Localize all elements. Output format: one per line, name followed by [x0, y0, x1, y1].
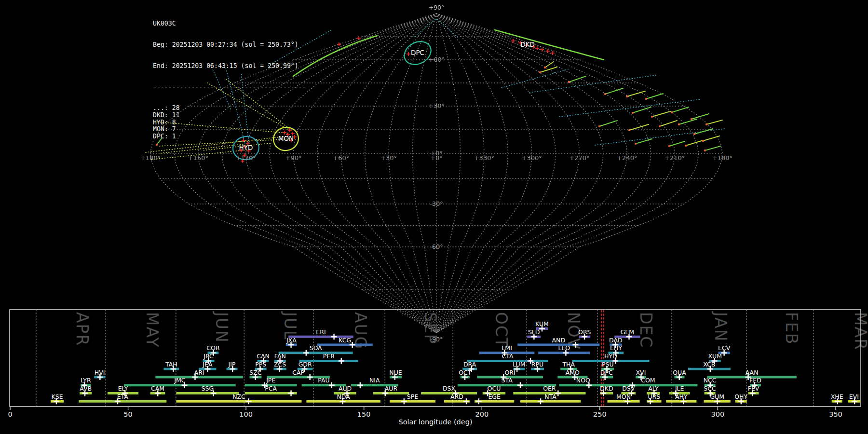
lon-label: +150° [188, 154, 208, 162]
meteor-trail-head [668, 145, 670, 147]
radiant-label-dpc: DPC [411, 49, 424, 56]
meteor-trail-head [544, 67, 546, 68]
meteor-trail [692, 114, 709, 119]
shower-label-hyd: HYD [604, 353, 617, 360]
shower-label-gem: GEM [621, 328, 634, 336]
shower-label-amo: AMO [566, 369, 580, 376]
station-id: UK003C [153, 20, 306, 27]
map-meridian [294, 14, 437, 333]
shower-label-psu: PSU [602, 361, 614, 368]
month-label: MAY [143, 312, 162, 348]
x-tick-label: 250 [593, 410, 607, 418]
shower-label-nzc: NZC [232, 393, 245, 400]
shower-label-nia: NIA [369, 377, 380, 384]
shower-bar-ari [155, 376, 243, 379]
shower-label-dkd: DKD [600, 385, 613, 392]
shower-label-gdr: GDR [298, 361, 312, 368]
map-meridian [436, 14, 556, 333]
meteor-trail-head [678, 123, 680, 125]
meteor-trail-head [626, 95, 628, 97]
shower-bar-ssg [176, 392, 239, 394]
shower-label-and: AND [552, 337, 565, 344]
meteor-trail-head [568, 81, 570, 83]
shower-max-mark [401, 398, 407, 404]
shower-label-avb: AVB [80, 385, 92, 392]
lon-label: +210° [665, 154, 685, 162]
shower-count-list: ...: 28DKD: 11HYD: 8MON: 7DPC: 1 [153, 105, 306, 140]
meteor-trail [705, 146, 720, 150]
shower-bar-mon [608, 400, 640, 403]
shower-label-kum: KUM [535, 320, 549, 327]
shower-label-lmi: LMI [502, 344, 512, 352]
shower-label-zcs: ZCS [274, 361, 286, 368]
shower-label-nta: NTA [544, 393, 556, 400]
meteor-trail-head [604, 93, 606, 95]
shower-max-mark [538, 398, 543, 404]
shower-label-jea: JEA [202, 361, 213, 368]
x-tick-label: 0 [8, 410, 12, 418]
shower-label-ely: ELY [118, 385, 128, 392]
shower-label-qua: QUA [673, 369, 686, 376]
lon-label: +120° [236, 154, 256, 162]
shower-label-pau: PAU [318, 377, 329, 384]
meteor-trail-head [539, 71, 541, 73]
meteor-trail [706, 120, 722, 124]
map-meridian [436, 14, 699, 333]
shower-label-spe: SPE [407, 393, 418, 400]
meteor-trail [629, 124, 649, 130]
shower-label-ors: ORS [578, 328, 591, 336]
meteor-trail-head [705, 123, 707, 125]
shower-label-szc: SZC [249, 369, 261, 376]
month-label: SEP [421, 312, 440, 345]
shower-label-leo: LEO [558, 344, 570, 352]
meteor-trail [679, 119, 697, 124]
month-label: JUN [212, 311, 231, 343]
shower-label-dsv: DSV [622, 385, 635, 392]
month-label: OCT [492, 312, 511, 348]
meteor-mark [357, 36, 361, 40]
shower-label-tah: TAH [165, 361, 177, 368]
meteor-trail-head [632, 112, 634, 114]
shower-label-xvi: XVI [636, 369, 646, 376]
count-line: HYD: 8 [153, 119, 306, 126]
shower-label-cor: COR [206, 344, 220, 352]
shower-label-per: PER [323, 353, 335, 360]
meteor-trail [672, 107, 689, 112]
lon-label: +300° [522, 154, 542, 162]
shower-max-mark [357, 382, 363, 388]
shower-max-mark [463, 398, 469, 404]
lat-label: +60° [428, 56, 445, 63]
meteor-mark [337, 42, 341, 46]
shower-bar-nzc [176, 400, 301, 403]
activity-timeline: APRMAYJUNJULAUGSEPOCTNOVDECJANFEBMARKUME… [8, 310, 868, 426]
shower-max-mark [246, 398, 252, 404]
shower-bar-sta [458, 384, 556, 386]
shower-bar-kcg [317, 344, 373, 346]
meteor-trail-head [645, 98, 647, 100]
lon-label: +180° [140, 154, 161, 162]
meteor-trail [652, 111, 670, 117]
month-label: FEB [782, 312, 801, 345]
shower-max-mark [476, 398, 482, 404]
shower-bar-jmc [124, 384, 235, 386]
meteor-mark [407, 52, 410, 56]
shower-label-lyr: LYR [81, 377, 91, 384]
shower-label-cap: CAP [292, 369, 304, 376]
shower-label-nda: NDA [337, 393, 351, 400]
meteor-mark [546, 49, 550, 53]
x-tick-label: 100 [239, 410, 253, 418]
shower-bar-sda [279, 352, 353, 354]
lat-label: -60° [430, 243, 443, 250]
shower-label-jpe: JPE [266, 377, 275, 384]
shower-label-xhe: XHE [831, 393, 843, 400]
meteor-trail [605, 88, 623, 94]
shower-label-dpc: DPC [600, 369, 613, 376]
map-meridian [436, 14, 580, 333]
meteor-trail-head [704, 149, 706, 151]
shower-max-mark [331, 334, 337, 339]
shower-bar-nta [520, 400, 581, 403]
shower-label-aan: AAN [746, 369, 759, 376]
map-meridian [365, 14, 436, 333]
shower-label-oer: OER [543, 385, 556, 392]
separator-line: ---------------------------------------- [153, 84, 306, 91]
